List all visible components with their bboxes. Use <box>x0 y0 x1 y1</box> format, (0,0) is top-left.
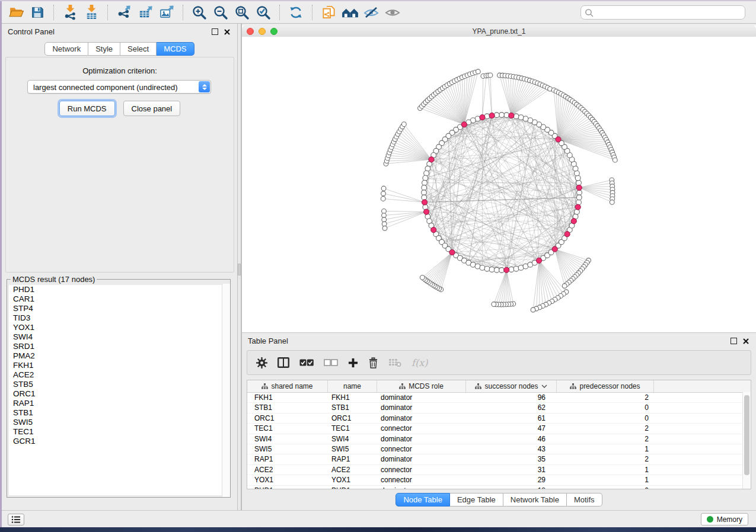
table-row[interactable]: SWI4SWI4dominator462 <box>247 434 751 444</box>
column-header-predecessor-nodes[interactable]: predecessor nodes <box>557 380 654 392</box>
table-cell[interactable]: 1 <box>557 444 654 454</box>
table-row[interactable]: YOX1YOX1connector291 <box>247 475 751 485</box>
mcds-result-item[interactable]: RAP1 <box>9 399 228 408</box>
mcds-result-item[interactable]: CAR1 <box>9 294 228 304</box>
table-cell[interactable]: connector <box>377 475 466 485</box>
table-row[interactable]: SWI5SWI5connector431 <box>247 444 751 454</box>
show-graphics-button[interactable] <box>382 4 403 21</box>
search-input[interactable] <box>596 7 741 18</box>
table-row[interactable]: FKH1FKH1dominator962 <box>247 393 751 403</box>
minimize-window-icon[interactable] <box>259 28 266 35</box>
table-cell[interactable]: RAP1 <box>328 454 377 464</box>
mcds-result-item[interactable]: SWI4 <box>9 332 228 342</box>
table-cell[interactable]: dominator <box>377 414 466 423</box>
table-cell[interactable]: connector <box>377 444 466 454</box>
table-cell[interactable]: PHD1 <box>328 486 377 489</box>
close-panel-button[interactable]: Close panel <box>123 101 181 116</box>
table-cell[interactable]: dominator <box>377 403 466 412</box>
network-graph[interactable] <box>242 37 756 332</box>
table-cell[interactable]: dominator <box>377 434 466 444</box>
run-mcds-button[interactable]: Run MCDS <box>59 101 115 116</box>
mcds-result-item[interactable]: ACE2 <box>9 370 228 380</box>
table-cell[interactable]: RAP1 <box>247 454 328 464</box>
tab-select[interactable]: Select <box>120 42 157 56</box>
table-cell[interactable]: dominator <box>377 454 466 464</box>
mcds-result-list[interactable]: PHD1CAR1STP4TID3YOX1SWI4SRD1PMA2FKH1ACE2… <box>9 285 228 495</box>
tab-style[interactable]: Style <box>88 42 120 56</box>
table-cell[interactable]: 0 <box>557 403 654 412</box>
table-row[interactable]: ACE2ACE2connector311 <box>247 465 751 475</box>
table-cell[interactable]: 18 <box>466 486 557 489</box>
table-cell[interactable]: 1 <box>557 465 654 475</box>
mcds-list-scrollbar[interactable] <box>222 284 230 497</box>
float-panel-icon[interactable] <box>731 338 737 344</box>
export-image-button[interactable] <box>156 4 177 21</box>
table-cell[interactable]: connector <box>377 424 466 433</box>
table-cell[interactable]: dominator <box>377 393 466 402</box>
table-cell[interactable]: ACE2 <box>247 465 328 475</box>
network-canvas[interactable] <box>242 37 756 332</box>
import-table-button[interactable] <box>81 4 102 21</box>
tab-edge-table[interactable]: Edge Table <box>450 493 503 507</box>
table-cell[interactable]: FKH1 <box>328 393 377 402</box>
zoom-fit-button[interactable] <box>231 4 253 21</box>
hide-graphics-button[interactable] <box>361 4 382 21</box>
panel-splitter[interactable] <box>237 24 241 510</box>
table-cell[interactable]: 62 <box>466 403 557 412</box>
table-cell[interactable]: 2 <box>557 393 654 402</box>
column-header-name[interactable]: name <box>328 380 377 392</box>
column-header-successor-nodes[interactable]: successor nodes <box>466 380 557 392</box>
table-cell[interactable]: 0 <box>557 414 654 423</box>
tab-node-table[interactable]: Node Table <box>395 493 450 507</box>
table-cell[interactable]: SWI5 <box>247 444 328 454</box>
copy-share-button[interactable] <box>318 4 339 21</box>
table-cell[interactable]: 47 <box>466 424 557 433</box>
optimization-criterion-select[interactable]: largest connected component (undirected) <box>27 80 211 94</box>
close-panel-icon[interactable] <box>224 29 230 35</box>
delete-column-trash-icon[interactable] <box>368 357 378 368</box>
table-cell[interactable]: 35 <box>466 454 557 464</box>
table-cell[interactable]: 43 <box>466 444 557 454</box>
table-scrollbar[interactable] <box>742 392 751 489</box>
open-file-button[interactable] <box>5 4 27 21</box>
tab-motifs[interactable]: Motifs <box>567 493 602 507</box>
mcds-result-item[interactable]: TID3 <box>9 313 228 323</box>
network-window-titlebar[interactable]: YPA_prune.txt_1 <box>242 25 756 37</box>
table-cell[interactable]: 29 <box>466 475 557 485</box>
zoom-selected-button[interactable] <box>253 4 274 21</box>
table-row[interactable]: RAP1RAP1dominator352 <box>247 454 751 464</box>
mcds-result-item[interactable]: STP4 <box>9 304 228 313</box>
import-network-button[interactable] <box>59 4 81 21</box>
mcds-result-item[interactable]: PHD1 <box>9 285 228 294</box>
table-row[interactable]: STB1STB1dominator620 <box>247 403 751 413</box>
maximize-window-icon[interactable] <box>270 28 277 35</box>
table-row[interactable]: TEC1TEC1connector472 <box>247 424 751 434</box>
table-scrollbar-thumb[interactable] <box>744 395 749 475</box>
table-cell[interactable]: TEC1 <box>247 424 328 433</box>
table-cell[interactable]: 2 <box>557 454 654 464</box>
table-cell[interactable]: FKH1 <box>247 393 328 402</box>
apply-layout-button[interactable] <box>285 4 307 21</box>
memory-button[interactable]: Memory <box>701 513 748 525</box>
table-row[interactable]: PHD1PHD1dominator180 <box>247 486 751 489</box>
table-cell[interactable]: ORC1 <box>328 414 377 423</box>
column-header-mcds-role[interactable]: MCDS role <box>377 380 466 392</box>
mcds-result-item[interactable]: GCR1 <box>9 437 228 446</box>
table-cell[interactable]: 96 <box>466 393 557 402</box>
table-cell[interactable]: ACE2 <box>328 465 377 475</box>
table-cell[interactable]: YOX1 <box>247 475 328 485</box>
table-cell[interactable]: 2 <box>557 434 654 444</box>
table-cell[interactable]: 61 <box>466 414 557 423</box>
zoom-in-button[interactable] <box>189 4 210 21</box>
export-table-button[interactable] <box>135 4 156 21</box>
table-options-gear-icon[interactable] <box>256 357 267 368</box>
table-cell[interactable]: dominator <box>377 486 466 489</box>
close-panel-icon[interactable] <box>743 338 749 344</box>
tab-network-table[interactable]: Network Table <box>503 493 567 507</box>
save-session-button[interactable] <box>27 4 48 21</box>
deselect-all-rows-icon[interactable] <box>324 359 338 366</box>
export-network-button[interactable] <box>113 4 135 21</box>
table-cell[interactable]: YOX1 <box>328 475 377 485</box>
table-cell[interactable]: SWI5 <box>328 444 377 454</box>
mcds-result-item[interactable]: PMA2 <box>9 351 228 361</box>
